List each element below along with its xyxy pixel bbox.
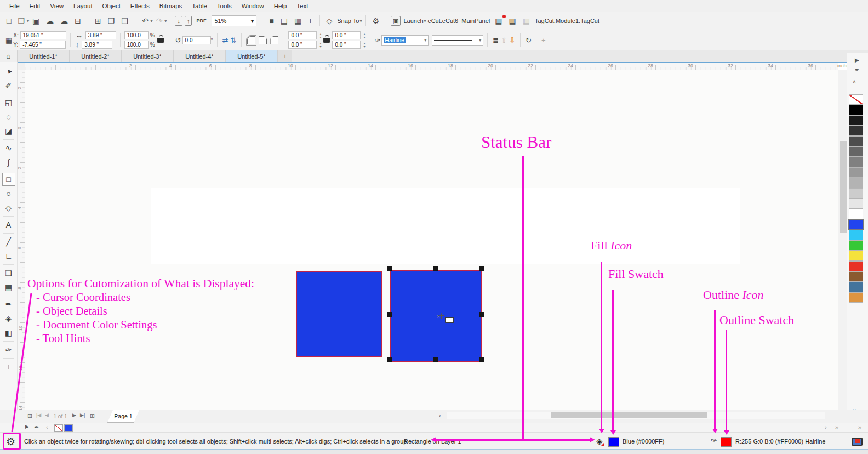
palette-swatch[interactable]	[849, 146, 863, 157]
selection-handle[interactable]	[387, 312, 392, 317]
redo-button[interactable]: ↷	[154, 15, 165, 26]
show-guidelines-button[interactable]: +	[306, 15, 315, 26]
menu-item-help[interactable]: Help	[269, 1, 292, 11]
freehand-tool[interactable]: ∿	[2, 141, 15, 155]
palette-swatch[interactable]	[849, 261, 863, 271]
blue-square-left[interactable]	[296, 271, 382, 357]
selection-handle[interactable]	[479, 357, 484, 362]
palette-swatch-none[interactable]	[849, 94, 863, 105]
line-style-combo[interactable]: ▾	[432, 35, 483, 46]
palette-swatch[interactable]	[849, 230, 863, 240]
docpalette-swatch-none[interactable]	[54, 424, 63, 432]
pick-tool[interactable]: ►	[2, 65, 15, 78]
next-page-icon[interactable]: ▶	[72, 412, 76, 418]
corner-radius-tl-field[interactable]: 0.0 "	[288, 31, 317, 39]
mirror-vertical-button[interactable]: ⇅	[229, 36, 237, 44]
menu-item-layout[interactable]: Layout	[68, 1, 98, 11]
snap-off-button[interactable]: ◇	[324, 15, 335, 26]
palette-swatch[interactable]	[849, 126, 863, 136]
rectangle-tool[interactable]: □	[2, 173, 15, 186]
macro-recorder-icon[interactable]: ▦	[493, 15, 504, 26]
scale-lock-icon[interactable]	[157, 38, 164, 43]
connector-tool[interactable]: ∟	[2, 249, 15, 263]
selection-handle[interactable]	[387, 357, 392, 362]
palette-swatch[interactable]	[849, 282, 863, 292]
palette-swatch[interactable]	[849, 167, 863, 178]
selection-handle[interactable]	[433, 357, 438, 362]
show-grid-button[interactable]: ▦	[292, 15, 304, 26]
ellipse-tool[interactable]: ○	[2, 187, 15, 200]
palette-swatch[interactable]	[849, 292, 863, 303]
launch-icon[interactable]: ▣	[391, 16, 401, 26]
palette-swatch[interactable]	[849, 157, 863, 167]
ecut-macro-button[interactable]: eCut.eCut6_MainPanel	[428, 18, 490, 24]
fill-swatch[interactable]	[608, 437, 619, 447]
selection-handle[interactable]	[479, 312, 484, 317]
palette-swatch[interactable]	[849, 136, 863, 146]
docpalette-scroll-right-icon[interactable]: ›	[825, 424, 827, 430]
scroll-left-icon[interactable]: ‹	[439, 412, 441, 419]
shape-tool[interactable]: ✐	[2, 79, 15, 92]
artistic-media-tool[interactable]: ʃ	[2, 156, 15, 169]
home-tab[interactable]: ⌂	[0, 50, 18, 62]
import-button[interactable]: ↓	[175, 16, 182, 26]
undo-caret-icon[interactable]: ▾	[151, 19, 153, 24]
palette-flyout-icon[interactable]: ▶	[855, 57, 859, 63]
object-height-field[interactable]: 3.89 "	[82, 41, 112, 49]
export-button[interactable]: ↑	[185, 16, 192, 26]
last-page-icon[interactable]: ▶|	[80, 412, 85, 418]
new-tab-button[interactable]: +	[278, 50, 292, 62]
docpalette-flyout-icon[interactable]: ▶	[25, 424, 29, 429]
chamfered-corner-button[interactable]	[270, 36, 278, 44]
outline-pen-tool[interactable]: ✑	[2, 343, 15, 356]
mirror-horizontal-button[interactable]: ⇄	[221, 36, 230, 44]
smart-fill-tool[interactable]: ◧	[2, 326, 15, 339]
page-tab[interactable]: Page 1	[107, 410, 139, 423]
scalloped-corner-button[interactable]	[259, 36, 267, 44]
menu-item-window[interactable]: Window	[237, 1, 269, 11]
menu-item-effects[interactable]: Effects	[125, 1, 155, 11]
to-front-button[interactable]: ⇧	[500, 36, 508, 44]
scale-x-field[interactable]: 100.0	[124, 31, 149, 39]
spinner-icon[interactable]: ▴▾	[363, 32, 365, 39]
tagcut-macro-button[interactable]: TagCut.Module1.TagCut	[535, 18, 599, 24]
copy-button[interactable]: ❐	[106, 15, 117, 26]
menu-item-tools[interactable]: Tools	[212, 1, 237, 11]
docpalette-scroll-left-icon[interactable]: ‹	[46, 424, 48, 430]
palette-swatch[interactable]	[849, 115, 863, 126]
docpalette-expand-icon[interactable]: »	[835, 424, 838, 430]
first-page-icon[interactable]: |◀	[36, 412, 41, 418]
vertical-scrollbar[interactable]: ˅ › ◌	[838, 70, 847, 410]
palette-swatch[interactable]	[849, 105, 863, 115]
undo-button[interactable]: ↶	[140, 15, 151, 26]
rotation-angle-field[interactable]: 0.0	[182, 36, 211, 44]
menu-item-object[interactable]: Object	[98, 1, 125, 11]
line-tool[interactable]: ╱	[2, 235, 15, 248]
document-tab-4[interactable]: Untitled-4*	[174, 50, 226, 62]
zoom-tool[interactable]: ◌	[2, 110, 15, 123]
snap-to-label[interactable]: Snap To	[337, 18, 359, 24]
vertical-scrollbar-thumb[interactable]	[840, 141, 847, 233]
x-position-field[interactable]: 19.051 "	[20, 31, 66, 39]
line-style-caret-icon[interactable]: ▾	[479, 38, 481, 43]
print-button[interactable]: ⊟	[72, 15, 83, 26]
scale-y-field[interactable]: 100.0	[124, 41, 149, 49]
corner-radius-lock-icon[interactable]	[323, 38, 330, 43]
outline-width-combo[interactable]: Hairline ▾	[381, 35, 429, 46]
add-tool-button[interactable]: +	[2, 360, 15, 373]
show-rulers-button[interactable]: ▤	[278, 15, 290, 26]
text-tool[interactable]: A	[2, 218, 15, 231]
selection-handle[interactable]	[387, 266, 392, 271]
outline-icon[interactable]: ✑	[711, 436, 717, 445]
selection-handle[interactable]	[479, 266, 484, 271]
palette-swatch[interactable]	[849, 188, 863, 198]
duplicate-button[interactable]: ❑	[119, 15, 130, 26]
crop-tool[interactable]: ◱	[2, 96, 15, 109]
round-corner-button[interactable]	[247, 36, 255, 44]
menu-item-table[interactable]: Table	[187, 1, 212, 11]
docpalette-eyedropper-icon[interactable]: ✒	[34, 424, 39, 431]
spinner-icon[interactable]: ▴▾	[363, 42, 365, 48]
open-button[interactable]: ❐	[15, 15, 27, 26]
horizontal-scrollbar-thumb[interactable]	[551, 412, 707, 418]
object-width-field[interactable]: 3.89 "	[85, 31, 116, 39]
